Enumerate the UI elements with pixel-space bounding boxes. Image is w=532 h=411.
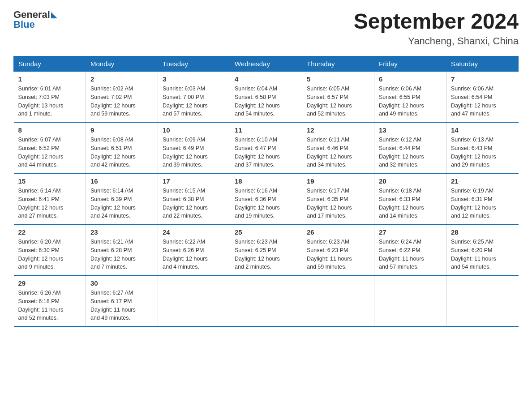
calendar-cell: 29 Sunrise: 6:26 AMSunset: 6:18 PMDaylig… xyxy=(14,275,86,326)
calendar-cell: 12 Sunrise: 6:11 AMSunset: 6:46 PMDaylig… xyxy=(302,122,374,173)
calendar-week-3: 15 Sunrise: 6:14 AMSunset: 6:41 PMDaylig… xyxy=(14,173,519,224)
day-info: Sunrise: 6:19 AMSunset: 6:31 PMDaylight:… xyxy=(451,187,514,220)
calendar-table: SundayMondayTuesdayWednesdayThursdayFrid… xyxy=(13,56,519,327)
day-info: Sunrise: 6:16 AMSunset: 6:36 PMDaylight:… xyxy=(235,187,297,220)
day-number: 16 xyxy=(90,177,153,185)
calendar-cell: 8 Sunrise: 6:07 AMSunset: 6:52 PMDayligh… xyxy=(14,122,86,173)
day-header-monday: Monday xyxy=(86,56,158,72)
day-number: 9 xyxy=(90,126,153,134)
day-header-friday: Friday xyxy=(374,56,446,72)
day-number: 11 xyxy=(235,126,297,134)
calendar-cell: 9 Sunrise: 6:08 AMSunset: 6:51 PMDayligh… xyxy=(86,122,158,173)
calendar-cell xyxy=(158,275,230,326)
day-info: Sunrise: 6:13 AMSunset: 6:43 PMDaylight:… xyxy=(451,136,514,169)
calendar-cell: 5 Sunrise: 6:05 AMSunset: 6:57 PMDayligh… xyxy=(302,72,374,123)
location: Yancheng, Shanxi, China xyxy=(354,35,519,47)
calendar-cell: 14 Sunrise: 6:13 AMSunset: 6:43 PMDaylig… xyxy=(446,122,519,173)
day-number: 7 xyxy=(451,75,514,83)
day-number: 28 xyxy=(451,228,514,236)
day-info: Sunrise: 6:14 AMSunset: 6:41 PMDaylight:… xyxy=(18,187,82,220)
calendar-cell: 27 Sunrise: 6:24 AMSunset: 6:22 PMDaylig… xyxy=(374,224,446,275)
day-number: 25 xyxy=(235,228,297,236)
day-info: Sunrise: 6:09 AMSunset: 6:49 PMDaylight:… xyxy=(163,136,225,169)
calendar-cell: 16 Sunrise: 6:14 AMSunset: 6:39 PMDaylig… xyxy=(86,173,158,224)
day-info: Sunrise: 6:02 AMSunset: 7:02 PMDaylight:… xyxy=(90,85,153,118)
day-number: 20 xyxy=(379,177,442,185)
day-number: 29 xyxy=(18,279,82,287)
calendar-cell: 7 Sunrise: 6:06 AMSunset: 6:54 PMDayligh… xyxy=(446,72,519,123)
day-number: 12 xyxy=(307,126,369,134)
day-number: 8 xyxy=(18,126,82,134)
day-info: Sunrise: 6:01 AMSunset: 7:03 PMDaylight:… xyxy=(18,85,82,118)
calendar-cell: 10 Sunrise: 6:09 AMSunset: 6:49 PMDaylig… xyxy=(158,122,230,173)
calendar-cell: 4 Sunrise: 6:04 AMSunset: 6:58 PMDayligh… xyxy=(230,72,302,123)
day-number: 30 xyxy=(90,279,153,287)
calendar-cell: 20 Sunrise: 6:18 AMSunset: 6:33 PMDaylig… xyxy=(374,173,446,224)
calendar-cell xyxy=(374,275,446,326)
calendar-cell: 26 Sunrise: 6:23 AMSunset: 6:23 PMDaylig… xyxy=(302,224,374,275)
calendar-cell: 25 Sunrise: 6:23 AMSunset: 6:25 PMDaylig… xyxy=(230,224,302,275)
calendar-cell: 22 Sunrise: 6:20 AMSunset: 6:30 PMDaylig… xyxy=(14,224,86,275)
day-info: Sunrise: 6:04 AMSunset: 6:58 PMDaylight:… xyxy=(235,85,297,118)
day-info: Sunrise: 6:24 AMSunset: 6:22 PMDaylight:… xyxy=(379,238,442,271)
day-number: 19 xyxy=(307,177,369,185)
day-info: Sunrise: 6:18 AMSunset: 6:33 PMDaylight:… xyxy=(379,187,442,220)
month-title: September 2024 xyxy=(354,9,519,34)
calendar-cell xyxy=(302,275,374,326)
calendar-cell: 24 Sunrise: 6:22 AMSunset: 6:26 PMDaylig… xyxy=(158,224,230,275)
day-number: 27 xyxy=(379,228,442,236)
day-info: Sunrise: 6:22 AMSunset: 6:26 PMDaylight:… xyxy=(163,238,225,271)
calendar-cell: 15 Sunrise: 6:14 AMSunset: 6:41 PMDaylig… xyxy=(14,173,86,224)
calendar-cell xyxy=(446,275,519,326)
calendar-week-2: 8 Sunrise: 6:07 AMSunset: 6:52 PMDayligh… xyxy=(14,122,519,173)
day-number: 10 xyxy=(163,126,225,134)
day-info: Sunrise: 6:23 AMSunset: 6:25 PMDaylight:… xyxy=(235,238,297,271)
title-area: September 2024 Yancheng, Shanxi, China xyxy=(354,9,519,47)
day-number: 18 xyxy=(235,177,297,185)
day-info: Sunrise: 6:10 AMSunset: 6:47 PMDaylight:… xyxy=(235,136,297,169)
calendar-cell xyxy=(230,275,302,326)
day-number: 3 xyxy=(163,75,225,83)
calendar-cell: 18 Sunrise: 6:16 AMSunset: 6:36 PMDaylig… xyxy=(230,173,302,224)
day-number: 26 xyxy=(307,228,369,236)
calendar-week-4: 22 Sunrise: 6:20 AMSunset: 6:30 PMDaylig… xyxy=(14,224,519,275)
day-number: 4 xyxy=(235,75,297,83)
day-info: Sunrise: 6:15 AMSunset: 6:38 PMDaylight:… xyxy=(163,187,225,220)
calendar-cell: 11 Sunrise: 6:10 AMSunset: 6:47 PMDaylig… xyxy=(230,122,302,173)
day-number: 21 xyxy=(451,177,514,185)
calendar-cell: 6 Sunrise: 6:06 AMSunset: 6:55 PMDayligh… xyxy=(374,72,446,123)
calendar-cell: 23 Sunrise: 6:21 AMSunset: 6:28 PMDaylig… xyxy=(86,224,158,275)
day-header-saturday: Saturday xyxy=(446,56,519,72)
day-info: Sunrise: 6:17 AMSunset: 6:35 PMDaylight:… xyxy=(307,187,369,220)
calendar-cell: 13 Sunrise: 6:12 AMSunset: 6:44 PMDaylig… xyxy=(374,122,446,173)
day-info: Sunrise: 6:25 AMSunset: 6:20 PMDaylight:… xyxy=(451,238,514,271)
calendar-cell: 1 Sunrise: 6:01 AMSunset: 7:03 PMDayligh… xyxy=(14,72,86,123)
day-info: Sunrise: 6:12 AMSunset: 6:44 PMDaylight:… xyxy=(379,136,442,169)
day-info: Sunrise: 6:05 AMSunset: 6:57 PMDaylight:… xyxy=(307,85,369,118)
day-info: Sunrise: 6:08 AMSunset: 6:51 PMDaylight:… xyxy=(90,136,153,169)
calendar-cell: 30 Sunrise: 6:27 AMSunset: 6:17 PMDaylig… xyxy=(86,275,158,326)
day-number: 2 xyxy=(90,75,153,83)
calendar-cell: 17 Sunrise: 6:15 AMSunset: 6:38 PMDaylig… xyxy=(158,173,230,224)
day-info: Sunrise: 6:23 AMSunset: 6:23 PMDaylight:… xyxy=(307,238,369,271)
day-info: Sunrise: 6:20 AMSunset: 6:30 PMDaylight:… xyxy=(18,238,82,271)
calendar-cell: 28 Sunrise: 6:25 AMSunset: 6:20 PMDaylig… xyxy=(446,224,519,275)
day-header-sunday: Sunday xyxy=(14,56,86,72)
day-header-tuesday: Tuesday xyxy=(158,56,230,72)
calendar-week-5: 29 Sunrise: 6:26 AMSunset: 6:18 PMDaylig… xyxy=(14,275,519,326)
day-number: 15 xyxy=(18,177,82,185)
day-number: 14 xyxy=(451,126,514,134)
calendar-cell: 21 Sunrise: 6:19 AMSunset: 6:31 PMDaylig… xyxy=(446,173,519,224)
day-info: Sunrise: 6:06 AMSunset: 6:55 PMDaylight:… xyxy=(379,85,442,118)
day-number: 22 xyxy=(18,228,82,236)
calendar-header-row: SundayMondayTuesdayWednesdayThursdayFrid… xyxy=(14,56,519,72)
calendar-cell: 19 Sunrise: 6:17 AMSunset: 6:35 PMDaylig… xyxy=(302,173,374,224)
day-number: 6 xyxy=(379,75,442,83)
calendar-week-1: 1 Sunrise: 6:01 AMSunset: 7:03 PMDayligh… xyxy=(14,72,519,123)
day-header-thursday: Thursday xyxy=(302,56,374,72)
logo-triangle-icon xyxy=(51,12,57,18)
day-info: Sunrise: 6:11 AMSunset: 6:46 PMDaylight:… xyxy=(307,136,369,169)
day-info: Sunrise: 6:14 AMSunset: 6:39 PMDaylight:… xyxy=(90,187,153,220)
logo-blue: Blue xyxy=(13,19,57,30)
day-info: Sunrise: 6:06 AMSunset: 6:54 PMDaylight:… xyxy=(451,85,514,118)
